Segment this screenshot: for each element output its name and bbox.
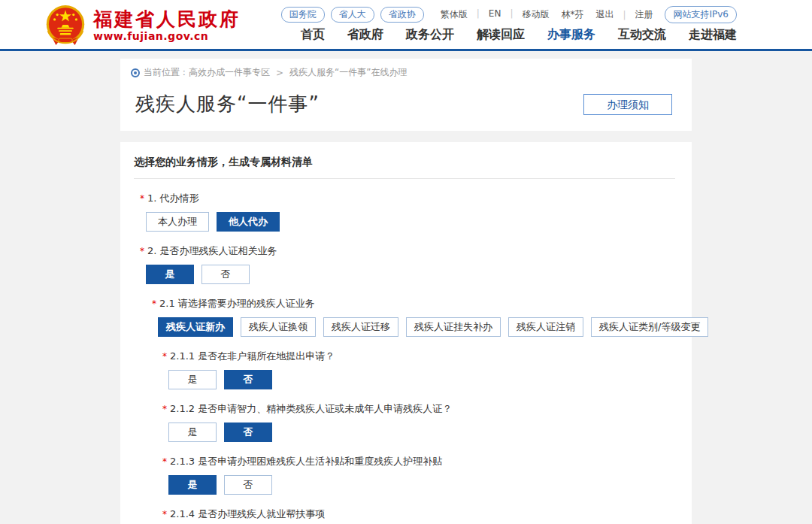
nav-item[interactable]: 走进福建 — [689, 27, 737, 43]
nav-item[interactable]: 省政府 — [347, 27, 383, 43]
question-list: *1. 代办情形本人办理他人代办*2. 是否办理残疾人证相关业务是否*2.1 请… — [134, 192, 675, 524]
option-group: 是否 — [162, 475, 675, 495]
option-button[interactable]: 否 — [224, 370, 272, 389]
required-asterisk: * — [162, 351, 167, 362]
nav-item[interactable]: 政务公开 — [406, 27, 454, 43]
required-asterisk: * — [152, 298, 156, 309]
question-label: *1. 代办情形 — [140, 192, 675, 205]
option-button[interactable]: 是 — [168, 370, 217, 389]
site-name: 福建省人民政府 — [93, 9, 241, 31]
language-link[interactable]: 移动版 — [522, 8, 549, 21]
required-asterisk: * — [140, 193, 144, 204]
section-title: 选择您的业务情形，生成专属材料清单 — [134, 156, 675, 179]
breadcrumb-item-current: 残疾人服务“一件事”在线办理 — [289, 66, 407, 79]
option-button[interactable]: 否 — [201, 265, 250, 284]
question-q1: *1. 代办情形本人办理他人代办 — [134, 192, 675, 232]
option-button[interactable]: 否 — [224, 475, 272, 495]
option-button[interactable]: 残疾人证换领 — [241, 317, 316, 337]
quick-links: 国务院省人大省政协 — [281, 7, 430, 23]
utility-bar: 国务院省人大省政协 繁体版|EN|移动版 林*芬 退出 | 注册 网站支持IPv… — [281, 6, 737, 23]
separator: | — [510, 8, 513, 21]
required-asterisk: * — [162, 404, 167, 414]
option-button[interactable]: 本人办理 — [146, 212, 209, 232]
required-asterisk: * — [140, 246, 144, 256]
logout-link[interactable]: 退出 — [595, 8, 614, 21]
quick-link-pill[interactable]: 省人大 — [331, 7, 374, 23]
site-logo[interactable]: 福建省人民政府 www.fujian.gov.cn — [45, 5, 241, 47]
form-card: 选择您的业务情形，生成专属材料清单 *1. 代办情形本人办理他人代办*2. 是否… — [120, 142, 692, 524]
breadcrumb-separator: > — [276, 68, 283, 78]
main-nav: 首页省政府政务公开解读回应办事服务互动交流走进福建 — [301, 27, 737, 43]
option-button[interactable]: 是 — [168, 423, 217, 442]
separator: | — [623, 10, 626, 20]
separator: | — [477, 8, 480, 21]
required-asterisk: * — [162, 509, 167, 519]
notice-button[interactable]: 办理须知 — [583, 94, 672, 115]
option-button[interactable]: 他人代办 — [217, 212, 280, 232]
option-group: 是否 — [162, 423, 675, 442]
question-label: *2.1 请选择需要办理的残疾人证业务 — [152, 297, 675, 310]
language-link[interactable]: 繁体版 — [441, 8, 468, 21]
quick-link-pill[interactable]: 国务院 — [281, 7, 325, 23]
option-button[interactable]: 残疾人证迁移 — [323, 317, 398, 337]
username-link[interactable]: 林*芬 — [561, 8, 583, 21]
nav-item[interactable]: 解读回应 — [477, 27, 525, 43]
nav-item[interactable]: 办事服务 — [547, 27, 595, 43]
breadcrumb-prefix: 当前位置： — [144, 66, 189, 79]
question-label: *2. 是否办理残疾人证相关业务 — [140, 244, 675, 258]
page-title: 残疾人服务“一件事” — [135, 91, 320, 117]
breadcrumb: 当前位置： 高效办成一件事专区 > 残疾人服务“一件事”在线办理 — [131, 66, 677, 79]
register-link[interactable]: 注册 — [635, 8, 653, 21]
option-group: 是否 — [140, 265, 675, 284]
question-label: *2.1.2 是否申请智力、精神类残疾人证或未成年人申请残疾人证？ — [162, 402, 675, 416]
question-label: *2.1.1 是否在非户籍所在地提出申请？ — [162, 350, 675, 363]
option-group: 是否 — [162, 370, 675, 389]
language-links: 繁体版|EN|移动版 — [436, 8, 554, 21]
site-header: 福建省人民政府 www.fujian.gov.cn 国务院省人大省政协 繁体版|… — [0, 0, 812, 51]
quick-link-pill[interactable]: 省政协 — [380, 7, 424, 23]
nav-item[interactable]: 首页 — [301, 27, 325, 43]
question-q2-1-3: *2.1.3 是否申请办理困难残疾人生活补贴和重度残疾人护理补贴是否 — [134, 455, 675, 495]
option-button[interactable]: 残疾人证类别/等级变更 — [591, 317, 708, 337]
title-card: 当前位置： 高效办成一件事专区 > 残疾人服务“一件事”在线办理 残疾人服务“一… — [120, 59, 692, 131]
nav-item[interactable]: 互动交流 — [618, 27, 666, 43]
site-url: www.fujian.gov.cn — [93, 30, 241, 42]
question-label: *2.1.3 是否申请办理困难残疾人生活补贴和重度残疾人护理补贴 — [162, 455, 675, 468]
option-group: 残疾人证新办残疾人证换领残疾人证迁移残疾人证挂失补办残疾人证注销残疾人证类别/等… — [152, 317, 675, 337]
breadcrumb-item-zone[interactable]: 高效办成一件事专区 — [189, 66, 270, 79]
option-group: 本人办理他人代办 — [140, 212, 675, 232]
option-button[interactable]: 残疾人证注销 — [508, 317, 583, 337]
ipv6-badge[interactable]: 网站支持IPv6 — [665, 6, 737, 23]
question-label: *2.1.4 是否办理残疾人就业帮扶事项 — [162, 507, 675, 521]
question-q2-1-2: *2.1.2 是否申请智力、精神类残疾人证或未成年人申请残疾人证？是否 — [134, 402, 675, 442]
location-icon — [131, 68, 140, 77]
option-button[interactable]: 是 — [146, 265, 194, 284]
option-button[interactable]: 残疾人证挂失补办 — [406, 317, 501, 337]
option-button[interactable]: 残疾人证新办 — [158, 317, 233, 337]
option-button[interactable]: 是 — [168, 475, 217, 495]
required-asterisk: * — [162, 456, 167, 467]
option-button[interactable]: 否 — [224, 423, 272, 442]
question-q2-1-1: *2.1.1 是否在非户籍所在地提出申请？是否 — [134, 350, 675, 389]
language-link[interactable]: EN — [489, 8, 501, 21]
question-q2-1: *2.1 请选择需要办理的残疾人证业务残疾人证新办残疾人证换领残疾人证迁移残疾人… — [134, 297, 675, 337]
question-q2-1-4: *2.1.4 是否办理残疾人就业帮扶事项是否 — [134, 507, 675, 524]
question-q2: *2. 是否办理残疾人证相关业务是否 — [134, 244, 675, 284]
national-emblem-icon — [45, 5, 86, 47]
